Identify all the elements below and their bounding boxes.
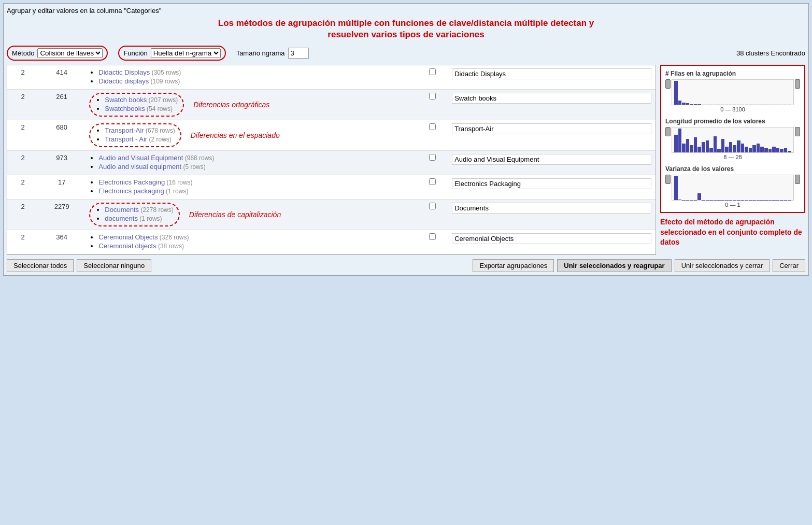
bar [780, 200, 783, 201]
list-item: Didactic displays (109 rows) [98, 77, 181, 85]
bar [737, 140, 740, 152]
table-row: 2680Transport-Air (678 rows)Transport - … [7, 120, 656, 151]
table-row: 2364Ceremonial Objects (326 rows)Ceremon… [7, 230, 656, 254]
chart-rows: # Filas en la agrupación 0 — 8100 [665, 70, 800, 112]
bar [674, 81, 678, 105]
bar-chart-1 [672, 79, 794, 105]
item-link[interactable]: Electronics Packaging [98, 178, 165, 186]
row-checkbox[interactable] [429, 203, 436, 209]
annotation-text: Diferencias ortográficas [193, 101, 269, 109]
bar [702, 142, 705, 152]
item-link[interactable]: Didactic displays [98, 77, 149, 85]
select-all-button[interactable]: Seleccionar todos [7, 259, 74, 272]
row-items: Electronics Packaging (16 rows)Electroni… [85, 175, 417, 200]
row-checkbox[interactable] [429, 154, 436, 161]
bar [709, 200, 713, 201]
row-count: (207 rows) [147, 96, 178, 104]
export-button[interactable]: Exportar agrupaciones [473, 259, 554, 272]
row-count: (305 rows) [150, 69, 181, 76]
bar [690, 145, 693, 152]
item-link[interactable]: Audio and Visual Equipment [98, 154, 183, 162]
bar [737, 105, 740, 105]
row-input[interactable] [452, 154, 651, 165]
row-items: Swatch books (207 rows)Swatchbooks (54 r… [85, 90, 417, 120]
row-input[interactable] [452, 233, 651, 244]
item-link[interactable]: Audio and visual equipment [98, 163, 181, 171]
bar [768, 105, 772, 105]
row-checkbox[interactable] [429, 68, 436, 75]
slider-right-2[interactable] [795, 127, 800, 136]
row-input-cell [448, 175, 656, 200]
bar-chart-2 [672, 127, 794, 153]
slider-left-2[interactable] [665, 127, 671, 136]
row-input[interactable] [452, 68, 651, 79]
select-none-button[interactable]: Seleccionar ninguno [77, 259, 151, 272]
controls-row: Método Colisión de llaves Función Huella… [7, 46, 805, 61]
list-item: documents (1 rows) [105, 215, 173, 222]
row-count: (1 rows) [164, 188, 189, 195]
row-checkbox[interactable] [429, 93, 436, 100]
item-link[interactable]: Didactic Displays [98, 68, 150, 76]
item-link[interactable]: Documents [105, 206, 139, 214]
row-checkbox-cell [417, 175, 448, 200]
list-item: Swatchbooks (54 rows) [105, 105, 178, 112]
function-control-group: Función Huella del n-grama [118, 46, 225, 61]
bar [694, 137, 697, 152]
effect-text: Efecto del método de agrupación seleccio… [660, 217, 805, 248]
list-item: Didactic Displays (305 rows) [98, 68, 181, 76]
function-select[interactable]: Huella del n-grama [151, 48, 221, 58]
bar [690, 200, 693, 201]
merge-close-button[interactable]: Unir seleccionados y cerrar [675, 259, 770, 272]
row-input[interactable] [452, 178, 651, 189]
item-link[interactable]: Swatch books [105, 96, 147, 104]
bar [702, 200, 705, 201]
item-link[interactable]: Swatchbooks [105, 105, 145, 112]
slider-right-1[interactable] [795, 79, 800, 89]
row-checkbox[interactable] [429, 233, 436, 240]
list-item: Transport-Air (678 rows) [105, 126, 175, 134]
charts-box: # Filas en la agrupación 0 — 8100 Longit… [660, 65, 805, 213]
slider-right-3[interactable] [795, 175, 800, 184]
table-row: 2973Audio and Visual Equipment (968 rows… [7, 151, 656, 175]
bar [737, 200, 740, 201]
bar [772, 147, 776, 153]
slider-left-1[interactable] [665, 79, 671, 89]
row-input[interactable] [452, 123, 651, 134]
main-content: 2414Didactic Displays (305 rows)Didactic… [7, 65, 805, 255]
row-checkbox[interactable] [429, 178, 436, 185]
row-input-cell [448, 230, 656, 254]
row-input[interactable] [452, 93, 651, 104]
bar [733, 105, 736, 105]
bar [764, 200, 768, 201]
item-link[interactable]: Transport - Air [105, 135, 147, 143]
bar [768, 200, 772, 201]
table-scroll[interactable]: 2414Didactic Displays (305 rows)Didactic… [7, 65, 656, 254]
footer-buttons: Seleccionar todos Seleccionar ninguno Ex… [7, 259, 805, 272]
item-link[interactable]: Ceremonial objects [98, 242, 156, 250]
bar [788, 200, 791, 201]
row-checkbox-cell [417, 151, 448, 175]
bar [745, 200, 748, 201]
row-input[interactable] [452, 203, 651, 214]
item-link[interactable]: documents [105, 215, 138, 222]
list-item: Transport - Air (2 rows) [105, 135, 175, 143]
close-button[interactable]: Cerrar [773, 259, 805, 272]
method-select[interactable]: Colisión de llaves [37, 48, 103, 58]
bar [717, 105, 721, 105]
ngram-input[interactable] [288, 48, 309, 59]
item-link[interactable]: Transport-Air [105, 126, 144, 134]
bar [776, 148, 780, 153]
list-item: Swatch books (207 rows) [105, 96, 178, 104]
bar [741, 200, 745, 201]
row-checkbox[interactable] [429, 123, 436, 130]
row-cluster-count: 2 [7, 120, 38, 151]
chart-variance: Varianza de los valores 0 — 1 [665, 165, 800, 208]
bar [714, 136, 717, 153]
item-link[interactable]: Ceremonial Objects [98, 233, 158, 241]
item-link[interactable]: Electronics packaging [98, 187, 164, 195]
bar [729, 142, 733, 152]
row-cluster-count: 2 [7, 151, 38, 175]
slider-left-3[interactable] [665, 175, 671, 184]
row-items: Documents (2278 rows)documents (1 rows)D… [85, 200, 417, 230]
merge-regroup-button[interactable]: Unir seleccionados y reagrupar [557, 259, 671, 272]
